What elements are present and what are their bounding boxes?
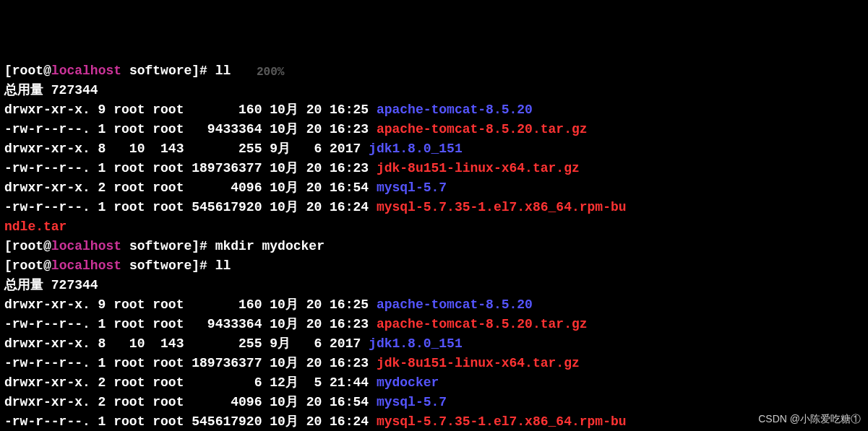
file-perms: drwxr-xr-x. 9 root root 160 10月 20 16:25 [4,297,377,312]
list-row: -rw-r--r--. 1 root root 9433364 10月 20 1… [4,122,588,136]
prompt-host: localhost [51,64,121,78]
prompt-dir: softwore [129,239,192,253]
prompt-space [121,64,129,78]
file-name: apache-tomcat-8.5.20.tar.gz [377,122,588,136]
bracket-open: [ [4,239,12,253]
total-line: 总用量 727344 [4,278,98,292]
prompt-user: root [12,258,43,273]
list-row: -rw-r--r--. 1 root root 545617920 10月 20… [4,200,627,214]
prompt-line[interactable]: [root@localhost softwore]# mkdir mydocke… [4,239,325,253]
list-row: drwxr-xr-x. 2 root root 4096 10月 20 16:5… [4,395,447,409]
list-row: drwxr-xr-x. 8 10 143 255 9月 6 2017 jdk1.… [4,336,463,351]
list-row: drwxr-xr-x. 2 root root 4096 10月 20 16:5… [4,180,447,195]
list-row: drwxr-xr-x. 9 root root 160 10月 20 16:25… [4,103,533,117]
prompt-user: root [12,239,43,253]
file-name: mysql-5.7 [377,180,447,195]
watermark-text: CSDN @小陈爱吃糖① [758,412,861,427]
bracket-open: [ [4,258,12,273]
list-row: -rw-r--r--. 1 root root 545617920 10月 20… [4,414,627,429]
prompt-line[interactable]: [root@localhost softwore]# ll [4,64,231,78]
file-name: mysql-5.7 [377,395,447,409]
prompt-line[interactable]: [root@localhost softwore]# ll [4,258,231,273]
prompt-user: root [12,64,43,78]
file-perms: drwxr-xr-x. 2 root root 4096 10月 20 16:5… [4,180,377,195]
file-perms: -rw-r--r--. 1 root root 189736377 10月 20… [4,356,377,370]
file-name: jdk1.8.0_151 [369,142,463,156]
bracket-close: ]# [192,258,215,273]
list-row: -rw-r--r--. 1 root root 189736377 10月 20… [4,356,580,370]
prompt-host: localhost [51,258,121,273]
list-row: -rw-r--r--. 1 root root 189736377 10月 20… [4,161,580,175]
file-name: apache-tomcat-8.5.20 [377,103,533,117]
list-row: drwxr-xr-x. 2 root root 6 12月 5 21:44 my… [4,375,439,390]
bracket-close: ]# [192,239,215,253]
file-perms: drwxr-xr-x. 2 root root 4096 10月 20 16:5… [4,395,377,409]
file-perms: -rw-r--r--. 1 root root 9433364 10月 20 1… [4,317,377,331]
wrap-continuation: ndle.tar [4,219,66,234]
file-perms: drwxr-xr-x. 8 10 143 255 9月 6 2017 [4,336,369,351]
file-name: mydocker [377,375,439,390]
file-name: apache-tomcat-8.5.20 [377,297,533,312]
prompt-space [121,239,129,253]
file-perms: drwxr-xr-x. 9 root root 160 10月 20 16:25 [4,103,377,117]
zoom-overlay: 200% [257,64,284,81]
list-row: -rw-r--r--. 1 root root 9433364 10月 20 1… [4,317,588,331]
total-line: 总用量 727344 [4,83,98,97]
file-perms: -rw-r--r--. 1 root root 189736377 10月 20… [4,161,377,175]
terminal-output: [root@localhost softwore]# ll 总用量 727344… [4,61,864,431]
command-ll: ll [215,258,231,273]
file-name: apache-tomcat-8.5.20.tar.gz [377,317,588,331]
file-name: jdk-8u151-linux-x64.tar.gz [377,161,580,175]
prompt-at: @ [43,64,51,78]
file-perms: -rw-r--r--. 1 root root 545617920 10月 20… [4,414,377,429]
file-perms: drwxr-xr-x. 8 10 143 255 9月 6 2017 [4,142,369,156]
file-perms: -rw-r--r--. 1 root root 9433364 10月 20 1… [4,122,377,136]
command-ll: ll [215,64,231,78]
command-mkdir: mkdir mydocker [215,239,325,253]
bracket-close: ]# [192,64,215,78]
prompt-dir: softwore [129,64,192,78]
list-row: drwxr-xr-x. 8 10 143 255 9月 6 2017 jdk1.… [4,142,463,156]
file-name: mysql-5.7.35-1.el7.x86_64.rpm-bu [377,414,627,429]
prompt-dir: softwore [129,258,192,273]
list-row: drwxr-xr-x. 9 root root 160 10月 20 16:25… [4,297,533,312]
file-perms: -rw-r--r--. 1 root root 545617920 10月 20… [4,200,377,214]
prompt-at: @ [43,239,51,253]
file-name: jdk1.8.0_151 [369,336,463,351]
file-name: mysql-5.7.35-1.el7.x86_64.rpm-bu [377,200,627,214]
bracket-open: [ [4,64,12,78]
file-name: jdk-8u151-linux-x64.tar.gz [377,356,580,370]
prompt-host: localhost [51,239,121,253]
prompt-space [121,258,129,273]
file-perms: drwxr-xr-x. 2 root root 6 12月 5 21:44 [4,375,377,390]
prompt-at: @ [43,258,51,273]
